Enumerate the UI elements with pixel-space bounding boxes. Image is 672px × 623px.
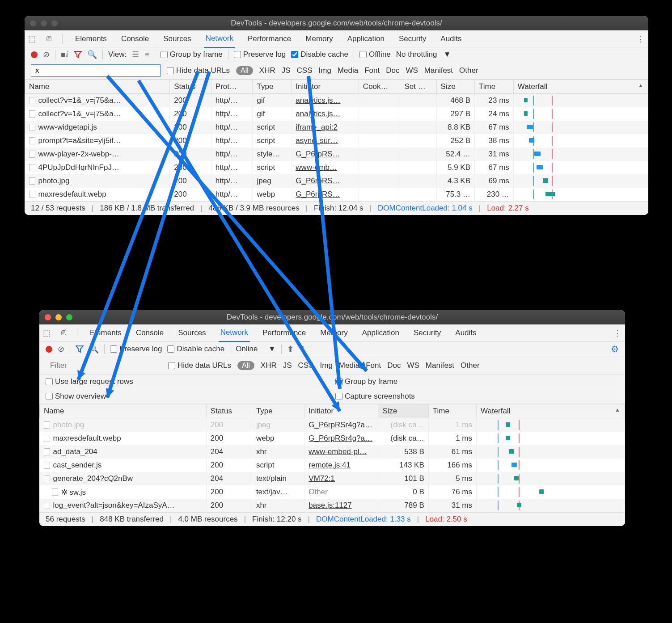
col-type[interactable]: Type <box>253 80 292 94</box>
col-size[interactable]: Size <box>436 80 474 94</box>
table-row[interactable]: 4PUpJpDdHqrNInFpJ…200http/…scriptwww-emb… <box>25 161 648 174</box>
col-initiator[interactable]: Initiator <box>292 80 359 94</box>
large-rows-icon[interactable]: ☰ <box>132 50 139 59</box>
filter-icon[interactable] <box>74 51 82 59</box>
initiator-link[interactable]: async_sur… <box>296 136 338 145</box>
table-row[interactable]: maxresdefault.webp200webpG_P6rpRSr4g?a…(… <box>40 432 625 445</box>
hide-data-urls-checkbox[interactable]: Hide data URLs <box>167 66 230 75</box>
search-icon[interactable]: 🔍 <box>89 344 99 354</box>
filter-type-js[interactable]: JS <box>283 361 292 370</box>
col-status[interactable]: Status <box>170 80 211 94</box>
group-by-frame-checkbox[interactable]: Group by frame <box>161 50 223 59</box>
filter-type-xhr[interactable]: XHR <box>259 66 275 75</box>
search-icon[interactable]: 🔍 <box>87 50 97 59</box>
overview-icon[interactable]: ≡ <box>144 50 149 59</box>
filter-input[interactable] <box>46 359 162 372</box>
filter-type-font[interactable]: Font <box>366 361 381 370</box>
settings-gear-icon[interactable]: ⚙ <box>611 344 619 354</box>
tab-console[interactable]: Console <box>134 324 165 341</box>
tab-audits[interactable]: Audits <box>453 324 478 341</box>
tab-network[interactable]: Network <box>204 30 235 48</box>
filter-type-css[interactable]: CSS <box>298 361 314 370</box>
initiator-link[interactable]: www-emb… <box>296 163 337 172</box>
filter-type-img[interactable]: Img <box>319 66 331 75</box>
col-cook[interactable]: Cook… <box>359 80 400 94</box>
table-row[interactable]: collect?v=1&_v=j75&a…200http/…gifanalyti… <box>25 107 648 121</box>
tab-performance[interactable]: Performance <box>261 324 308 341</box>
col-set[interactable]: Set … <box>400 80 436 94</box>
filter-type-media[interactable]: Media <box>338 66 358 75</box>
filter-type-all[interactable]: All <box>236 66 253 75</box>
initiator-link[interactable]: remote.js:41 <box>309 461 351 469</box>
camera-icon[interactable]: ■ⅈ <box>61 50 68 59</box>
filter-type-img[interactable]: Img <box>320 361 333 370</box>
disable-cache-checkbox[interactable]: Disable cache <box>167 345 224 354</box>
table-row[interactable]: ad_data_204204xhrwww-embed-pl…538 B61 ms <box>40 445 625 459</box>
inspect-icon[interactable]: ⬚ <box>28 34 36 44</box>
offline-checkbox[interactable]: Offline <box>359 50 391 59</box>
capture-screenshots-checkbox[interactable]: Capture screenshots <box>335 392 415 401</box>
large-request-rows-checkbox[interactable]: Use large request rows <box>46 377 133 386</box>
filter-type-xhr[interactable]: XHR <box>261 361 277 370</box>
filter-type-doc[interactable]: Doc <box>386 66 399 75</box>
filter-type-other[interactable]: Other <box>459 66 478 75</box>
filter-icon[interactable] <box>76 345 84 353</box>
filter-type-doc[interactable]: Doc <box>387 361 401 370</box>
table-row[interactable]: collect?v=1&_v=j75&a…200http/…gifanalyti… <box>25 94 648 108</box>
filter-type-all[interactable]: All <box>237 361 254 370</box>
preserve-log-checkbox[interactable]: Preserve log <box>234 50 286 59</box>
record-button[interactable] <box>31 51 38 58</box>
initiator-link[interactable]: G_P6rpRS… <box>296 177 340 185</box>
tab-audits[interactable]: Audits <box>439 30 463 47</box>
initiator-link[interactable]: G_P6rpRSr4g?a… <box>309 421 372 429</box>
tab-performance[interactable]: Performance <box>246 30 293 47</box>
tab-security[interactable]: Security <box>412 324 443 341</box>
inspect-icon[interactable]: ⬚ <box>43 328 51 338</box>
col-name[interactable]: Name <box>25 80 170 94</box>
tab-security[interactable]: Security <box>397 30 428 47</box>
filter-type-css[interactable]: CSS <box>297 66 313 75</box>
col-type[interactable]: Type <box>252 404 304 418</box>
initiator-link[interactable]: VM72:1 <box>309 474 335 483</box>
throttling-select[interactable]: No throttling ▼ <box>396 50 451 59</box>
upload-icon[interactable]: ⬆ <box>287 344 294 354</box>
initiator-link[interactable]: analytics.js… <box>296 96 340 105</box>
filter-type-manifest[interactable]: Manifest <box>426 361 454 370</box>
table-row[interactable]: prompt?t=a&site=ylj5if…200http/…scriptas… <box>25 134 648 147</box>
initiator-link[interactable]: iframe_api:2 <box>296 123 338 131</box>
table-row[interactable]: log_event?alt=json&key=AIzaSyA…200xhrbas… <box>40 499 625 512</box>
table-row[interactable]: maxresdefault.webp200http/…webpG_P6rpRS…… <box>25 188 648 201</box>
tab-application[interactable]: Application <box>346 30 386 47</box>
preserve-log-checkbox[interactable]: Preserve log <box>110 345 162 354</box>
table-row[interactable]: ✲ sw.js200text/jav…Other0 B76 ms <box>40 485 625 499</box>
tab-sources[interactable]: Sources <box>161 30 193 47</box>
tab-network[interactable]: Network <box>219 324 250 342</box>
initiator-link[interactable]: G_P6rpRS… <box>296 150 340 158</box>
tab-memory[interactable]: Memory <box>318 324 349 341</box>
filter-input[interactable] <box>31 64 161 77</box>
col-time[interactable]: Time <box>428 404 476 418</box>
table-row[interactable]: www-widgetapi.js200http/…scriptiframe_ap… <box>25 121 648 134</box>
tab-elements[interactable]: Elements <box>73 30 109 47</box>
tab-console[interactable]: Console <box>119 30 151 47</box>
tab-memory[interactable]: Memory <box>304 30 334 47</box>
clear-icon[interactable]: ⊘ <box>58 344 64 354</box>
initiator-link[interactable]: analytics.js… <box>296 109 340 118</box>
initiator-link[interactable]: base.js:1127 <box>309 501 351 509</box>
filter-type-ws[interactable]: WS <box>406 66 418 75</box>
group-by-frame-checkbox[interactable]: Group by frame <box>335 377 397 386</box>
clear-icon[interactable]: ⊘ <box>43 50 50 59</box>
more-icon[interactable]: ⋮ <box>613 328 621 338</box>
disable-cache-checkbox[interactable]: Disable cache <box>291 50 348 59</box>
col-prot[interactable]: Prot… <box>211 80 253 94</box>
table-row[interactable]: photo.jpg200http/…jpegG_P6rpRS…4.3 KB69 … <box>25 174 648 188</box>
filter-type-js[interactable]: JS <box>282 66 291 75</box>
tab-sources[interactable]: Sources <box>176 324 207 341</box>
table-row[interactable]: generate_204?cQ2nBw204text/plainVM72:110… <box>40 472 625 485</box>
tab-application[interactable]: Application <box>360 324 401 341</box>
throttling-select[interactable]: Online ▼ <box>236 345 276 354</box>
initiator-link[interactable]: G_P6rpRS… <box>296 190 340 198</box>
download-icon[interactable]: ⬇ <box>299 344 306 354</box>
more-icon[interactable]: ⋮ <box>637 34 645 44</box>
device-icon[interactable]: ⎚ <box>61 328 66 337</box>
